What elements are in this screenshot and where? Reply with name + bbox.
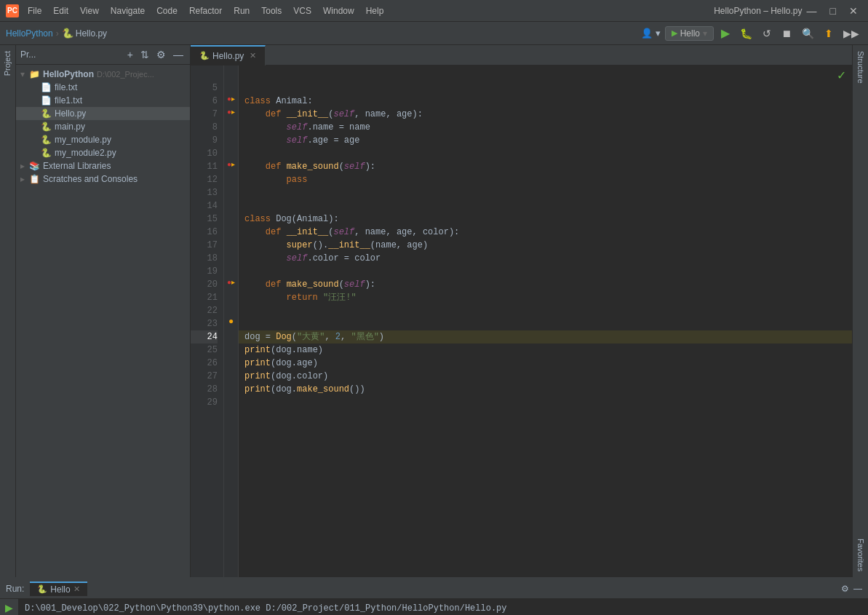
maximize-button[interactable]: □ <box>826 5 840 17</box>
window-controls: — □ ✕ <box>803 5 862 17</box>
breadcrumb: HelloPython › 🐍 Hello.py <box>6 28 107 39</box>
console-minimize-button[interactable]: — <box>853 584 862 594</box>
code-line-18: self.color = color <box>239 252 852 265</box>
expand-icon: ▸ <box>20 161 29 171</box>
menu-code[interactable]: Code <box>152 4 182 17</box>
stop-button[interactable]: ⏹ <box>779 26 795 41</box>
nav-actions: 👤 ▾ ▶ Hello ▾ ▶ 🐛 ↺ ⏹ 🔍 ⬆ ▶▶ <box>641 25 862 41</box>
console-settings: ⚙ — <box>841 584 862 594</box>
tree-item-hellopython[interactable]: ▾ 📁 HelloPython D:\002_Projec... <box>16 68 190 81</box>
menu-bar: File Edit View Navigate Code Refactor Ru… <box>23 4 714 17</box>
account-icon[interactable]: 👤 ▾ <box>641 28 661 39</box>
tree-label: file1.txt <box>55 95 82 106</box>
update-button[interactable]: ⬆ <box>821 26 836 41</box>
code-line-8: self.name = name <box>239 121 852 134</box>
expand-icon: ▸ <box>20 174 29 184</box>
code-line-24: dog = Dog("大黄", 2, "黑色") <box>239 330 852 344</box>
tree-item-extlibs[interactable]: ▸ 📚 External Libraries <box>16 159 190 172</box>
menu-edit[interactable]: Edit <box>49 4 73 17</box>
code-line-4 <box>239 68 852 82</box>
python-file-icon: 🐍 <box>41 122 52 132</box>
title-bar: PC File Edit View Navigate Code Refactor… <box>0 0 868 22</box>
menu-refactor[interactable]: Refactor <box>185 4 226 17</box>
main-layout: Project Pr... + ⇅ ⚙ — ▾ 📁 HelloPython D:… <box>0 45 868 577</box>
yellow-dot-23: ● <box>228 316 234 326</box>
tree-item-hellopy[interactable]: 🐍 Hello.py <box>16 107 190 120</box>
editor-tab-hellopy[interactable]: 🐍 Hello.py ✕ <box>191 45 266 66</box>
panel-close-button[interactable]: — <box>171 48 186 61</box>
project-tab-button[interactable]: Project <box>0 45 15 82</box>
ext-lib-icon: 📚 <box>29 161 40 171</box>
tree-item-scratches[interactable]: ▸ 📋 Scratches and Consoles <box>16 172 190 186</box>
console-tab-hello[interactable]: 🐍 Hello ✕ <box>30 582 87 596</box>
panel-add-button[interactable]: + <box>125 48 135 61</box>
code-line-21: return "汪汪!" <box>239 291 852 304</box>
line-numbers: 4 5 6 7 8 9 10 11 12 13 14 15 16 17 18 1… <box>191 66 224 577</box>
menu-tools[interactable]: Tools <box>257 4 286 17</box>
arrow-6: ▸ <box>231 95 235 103</box>
console-sidebar: ▶ ▲ ▼ 🔧 ≡ ⏹ ⇥ <box>0 599 19 615</box>
tab-label: Hello.py <box>212 51 244 61</box>
tree-item-mainpy[interactable]: 🐍 main.py <box>16 120 190 133</box>
close-button[interactable]: ✕ <box>845 5 862 17</box>
run-label: Run: <box>6 584 24 594</box>
tree-label: Scratches and Consoles <box>43 174 138 184</box>
tree-label: my_module2.py <box>55 148 116 158</box>
menu-run[interactable]: Run <box>229 4 254 17</box>
tree-item-mymodulepy[interactable]: 🐍 my_module.py <box>16 133 190 146</box>
tree-label: External Libraries <box>43 161 111 171</box>
console-settings-button[interactable]: ⚙ <box>841 584 849 594</box>
panel-settings-button[interactable]: ⚙ <box>154 48 168 61</box>
code-line-25: print(dog.name) <box>239 344 852 357</box>
code-editor[interactable]: 4 5 6 7 8 9 10 11 12 13 14 15 16 17 18 1… <box>191 66 852 577</box>
code-line-19 <box>239 265 852 278</box>
console-output: D:\001_Develop\022_Python\Python39\pytho… <box>19 599 868 615</box>
menu-vcs[interactable]: VCS <box>289 4 316 17</box>
rerun-button[interactable]: ↺ <box>760 26 774 41</box>
code-line-26: print(dog.age) <box>239 357 852 370</box>
tree-label: main.py <box>55 122 85 132</box>
code-line-6: class Animal: <box>239 95 852 108</box>
breadcrumb-project[interactable]: HelloPython <box>6 28 53 39</box>
console-tab-close[interactable]: ✕ <box>73 584 80 594</box>
menu-view[interactable]: View <box>76 4 103 17</box>
panel-expand-button[interactable]: ⇅ <box>138 48 151 61</box>
run-config-selector[interactable]: ▶ Hello ▾ <box>665 26 714 41</box>
right-sidebar: Structure Favorites <box>852 45 868 577</box>
code-line-15: class Dog(Animal): <box>239 213 852 226</box>
menu-navigate[interactable]: Navigate <box>106 4 149 17</box>
console-cmd-line: D:\001_Develop\022_Python\Python39\pytho… <box>25 602 862 615</box>
menu-window[interactable]: Window <box>319 4 359 17</box>
tree-item-file1txt[interactable]: 📄 file1.txt <box>16 94 190 107</box>
editor-checkmark: ✓ <box>837 68 846 82</box>
debug-button[interactable]: 🐛 <box>737 26 755 41</box>
arrow-7: ▸ <box>231 108 235 116</box>
editor-tabs: 🐍 Hello.py ✕ <box>191 45 852 66</box>
code-line-29 <box>239 396 852 409</box>
code-line-11: def make_sound(self): <box>239 160 852 173</box>
tab-close-button[interactable]: ✕ <box>250 51 256 60</box>
file-icon: 📄 <box>41 82 52 92</box>
breadcrumb-file[interactable]: Hello.py <box>76 28 107 39</box>
tree-item-mymodule2py[interactable]: 🐍 my_module2.py <box>16 146 190 159</box>
python-file-icon: 🐍 <box>41 135 52 145</box>
tree-item-filetxt[interactable]: 📄 file.txt <box>16 81 190 94</box>
tree-label: Hello.py <box>55 108 86 119</box>
code-line-23 <box>239 317 852 330</box>
folder-icon: 📁 <box>29 69 40 79</box>
favorites-tab-button[interactable]: Favorites <box>853 533 868 577</box>
search-button[interactable]: 🔍 <box>799 26 817 41</box>
menu-help[interactable]: Help <box>362 4 389 17</box>
code-line-14 <box>239 199 852 213</box>
tree-label: HelloPython <box>43 69 94 79</box>
rerun-console-button[interactable]: ▶ <box>5 602 13 614</box>
run-button[interactable]: ▶ <box>718 25 733 41</box>
code-content[interactable]: class Animal: def __init__(self, name, a… <box>239 66 852 577</box>
minimize-button[interactable]: — <box>803 5 821 17</box>
next-button[interactable]: ▶▶ <box>840 26 862 41</box>
menu-file[interactable]: File <box>23 4 46 17</box>
editor-area: 🐍 Hello.py ✕ 4 5 6 7 8 9 10 11 12 13 14 … <box>191 45 852 577</box>
code-line-16: def __init__(self, name, age, color): <box>239 226 852 239</box>
expand-icon: ▾ <box>20 69 29 79</box>
structure-tab-button[interactable]: Structure <box>853 45 868 90</box>
